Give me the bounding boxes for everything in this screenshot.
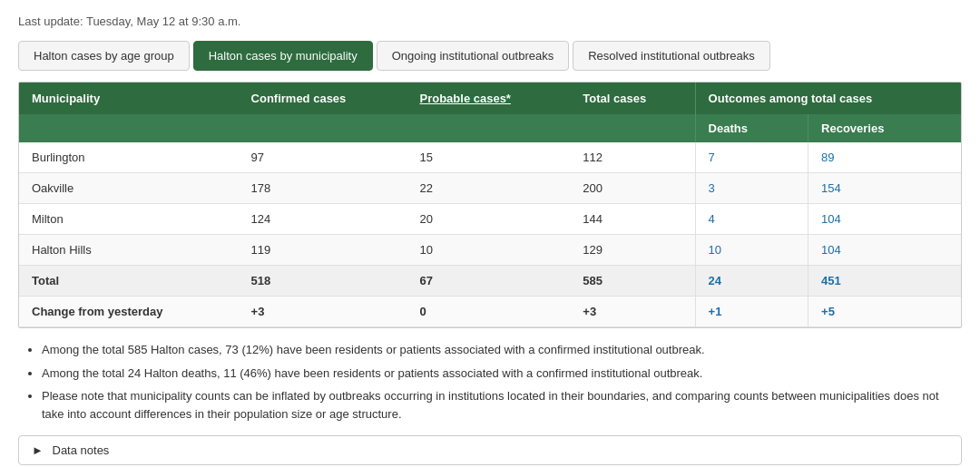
row-recoveries: 89: [808, 142, 961, 173]
data-table: Municipality Confirmed cases Probable ca…: [19, 83, 961, 327]
table-body: Burlington 97 15 112 7 89 Oakville 178 2…: [19, 142, 961, 327]
total-confirmed: 518: [239, 266, 407, 297]
col-confirmed-header: Confirmed cases: [239, 83, 407, 114]
row-probable: 20: [407, 204, 570, 235]
data-notes-label: Data notes: [53, 443, 110, 457]
total-recoveries: 451: [808, 266, 961, 297]
tab-municipality[interactable]: Halton cases by municipality: [193, 41, 373, 71]
row-confirmed: 124: [239, 204, 407, 235]
col-probable-header: Probable cases*: [407, 83, 570, 114]
row-confirmed: 178: [239, 173, 407, 204]
col-total-header: Total cases: [570, 83, 695, 114]
row-municipality: Halton Hills: [19, 235, 239, 266]
notes-section: Among the total 585 Halton cases, 73 (12…: [18, 341, 962, 423]
table-header-sub: Deaths Recoveries: [19, 114, 961, 142]
table-row: Burlington 97 15 112 7 89: [19, 142, 961, 173]
change-total: +3: [570, 297, 695, 327]
row-municipality: Milton: [19, 204, 239, 235]
table-row: Milton 124 20 144 4 104: [19, 204, 961, 235]
table-row: Oakville 178 22 200 3 154: [19, 173, 961, 204]
change-row: Change from yesterday +3 0 +3 +1 +5: [19, 297, 961, 327]
row-municipality: Oakville: [19, 173, 239, 204]
note-item: Among the total 24 Halton deaths, 11 (46…: [42, 365, 958, 383]
row-total: 129: [570, 235, 695, 266]
change-deaths: +1: [695, 297, 808, 327]
table-header-top: Municipality Confirmed cases Probable ca…: [19, 83, 961, 114]
total-label: Total: [19, 266, 239, 297]
note-item: Among the total 585 Halton cases, 73 (12…: [42, 341, 958, 359]
data-notes-arrow: ►: [32, 443, 44, 457]
data-table-wrapper: Municipality Confirmed cases Probable ca…: [18, 82, 962, 328]
row-confirmed: 119: [239, 235, 407, 266]
row-deaths: 10: [695, 235, 808, 266]
change-label: Change from yesterday: [19, 297, 239, 327]
row-confirmed: 97: [239, 142, 407, 173]
total-deaths: 24: [695, 266, 808, 297]
tab-ongoing[interactable]: Ongoing institutional outbreaks: [377, 41, 570, 71]
total-total: 585: [570, 266, 695, 297]
change-probable: 0: [407, 297, 570, 327]
row-probable: 15: [407, 142, 570, 173]
row-probable: 10: [407, 235, 570, 266]
last-update: Last update: Tuesday, May 12 at 9:30 a.m…: [18, 15, 962, 28]
col-outcomes-header: Outcomes among total cases: [695, 83, 961, 114]
total-probable: 67: [407, 266, 570, 297]
row-total: 112: [570, 142, 695, 173]
col-deaths-header: Deaths: [695, 114, 808, 142]
row-municipality: Burlington: [19, 142, 239, 173]
tab-age-group[interactable]: Halton cases by age group: [18, 41, 190, 71]
change-confirmed: +3: [239, 297, 407, 327]
note-item: Please note that municipality counts can…: [42, 387, 958, 423]
tab-resolved[interactable]: Resolved institutional outbreaks: [573, 41, 770, 71]
row-total: 144: [570, 204, 695, 235]
notes-list: Among the total 585 Halton cases, 73 (12…: [22, 341, 958, 423]
row-recoveries: 154: [808, 173, 961, 204]
table-row: Halton Hills 119 10 129 10 104: [19, 235, 961, 266]
row-recoveries: 104: [808, 235, 961, 266]
row-deaths: 7: [695, 142, 808, 173]
col-recoveries-header: Recoveries: [808, 114, 961, 142]
change-recoveries: +5: [808, 297, 961, 327]
row-total: 200: [570, 173, 695, 204]
row-deaths: 3: [695, 173, 808, 204]
col-municipality-header: Municipality: [19, 83, 239, 114]
row-deaths: 4: [695, 204, 808, 235]
row-recoveries: 104: [808, 204, 961, 235]
row-probable: 22: [407, 173, 570, 204]
tab-bar: Halton cases by age group Halton cases b…: [18, 41, 962, 71]
total-row: Total 518 67 585 24 451: [19, 266, 961, 297]
data-notes-toggle[interactable]: ► Data notes: [18, 435, 962, 465]
